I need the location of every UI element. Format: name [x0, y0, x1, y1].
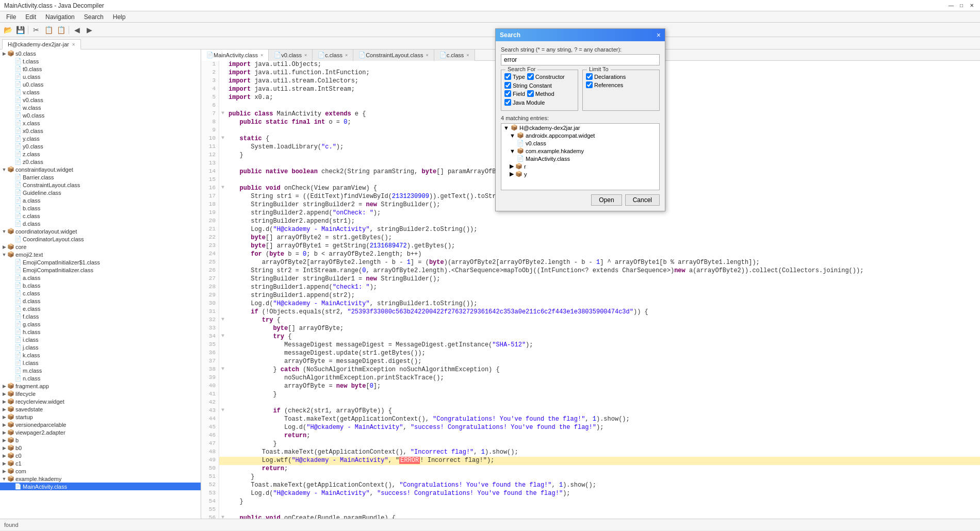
search-input[interactable] — [501, 54, 660, 65]
tab-close-v0[interactable]: × — [304, 53, 307, 58]
cb-string-const-input[interactable] — [504, 82, 511, 89]
tree-item-z0[interactable]: 📄 z0.class — [0, 158, 201, 165]
tab-close-c[interactable]: × — [345, 53, 348, 58]
cb-declarations[interactable]: Declarations — [586, 73, 626, 80]
toolbar-paste[interactable]: 📋 — [55, 24, 67, 36]
tree-item-barrier[interactable]: 📄 Barrier.class — [0, 173, 201, 181]
cb-java-module-input[interactable] — [504, 99, 511, 106]
result-item-y[interactable]: ▶ 📦 y — [501, 170, 659, 178]
tree-item-ed[interactable]: 📄d.class — [0, 297, 201, 305]
toolbar-back[interactable]: ◀ — [71, 24, 83, 36]
toolbar-open[interactable]: 📂 — [2, 24, 13, 36]
tree-item-x0[interactable]: 📄 x0.class — [0, 127, 201, 135]
editor-tab-mainactivity[interactable]: 📄 MainActivity.class × — [201, 49, 269, 61]
tree-item-ek[interactable]: 📄k.class — [0, 351, 201, 359]
editor-tab-c2[interactable]: 📄 c.class × — [434, 49, 475, 61]
tree-item-versionedparcelable[interactable]: ▶📦versionedparcelable — [0, 421, 201, 428]
cb-field-input[interactable] — [504, 90, 511, 97]
tree-item-ea[interactable]: 📄a.class — [0, 274, 201, 281]
result-item-appcompat[interactable]: ▼ 📦 androidx.appcompat.widget — [501, 131, 659, 139]
search-results-tree[interactable]: ▼ 📦 H@ckademy-dex2jar.jar ▼ 📦 androidx.a… — [501, 123, 660, 190]
tree-item-b0[interactable]: ▶📦b0 — [0, 444, 201, 452]
open-button[interactable]: Open — [591, 194, 622, 206]
tree-item-em[interactable]: 📄m.class — [0, 367, 201, 374]
tree-item-t[interactable]: 📄 t.class — [0, 57, 201, 65]
menu-search[interactable]: Search — [80, 12, 108, 22]
sidebar[interactable]: ▶ 📦 s0.class 📄 t.class 📄 t0.class 📄 u.cl… — [0, 49, 201, 519]
cb-string-const[interactable]: String Constant — [504, 82, 552, 89]
menu-edit[interactable]: Edit — [21, 12, 40, 22]
cb-java-module[interactable]: Java Module — [504, 99, 545, 106]
tree-item-y[interactable]: 📄 y.class — [0, 135, 201, 142]
tree-item-startup[interactable]: ▶📦startup — [0, 413, 201, 421]
tree-item-y0[interactable]: 📄 y0.class — [0, 142, 201, 150]
cb-method-input[interactable] — [527, 90, 534, 97]
editor-tab-c[interactable]: 📄 c.class × — [313, 49, 353, 61]
tree-item-clc[interactable]: 📄 c.class — [0, 212, 201, 220]
tree-item-ei[interactable]: 📄i.class — [0, 336, 201, 343]
editor-tab-constraintlayout[interactable]: 📄 ConstraintLayout.class × — [353, 49, 434, 61]
tree-item-coordinatorlayout[interactable]: ▼ 📦 coordinatorlayout.widget — [0, 227, 201, 235]
tree-item-w[interactable]: 📄 w.class — [0, 104, 201, 111]
tree-item-lifecycle[interactable]: ▶📦lifecycle — [0, 390, 201, 397]
cb-references[interactable]: References — [586, 81, 623, 88]
tree-item-z[interactable]: 📄 z.class — [0, 150, 201, 158]
tree-item-ej[interactable]: 📄j.class — [0, 343, 201, 351]
close-window-button[interactable]: ✕ — [968, 2, 976, 10]
search-dialog-close[interactable]: × — [657, 31, 661, 39]
tree-item-viewpager2[interactable]: ▶📦viewpager2.adapter — [0, 428, 201, 436]
tab-close-constraintlayout[interactable]: × — [426, 53, 428, 58]
tree-item-com[interactable]: ▶📦com — [0, 467, 201, 475]
tree-item-core[interactable]: ▶ 📦 core — [0, 243, 201, 251]
tree-item-savedstate[interactable]: ▶📦savedstate — [0, 405, 201, 413]
tree-item-ee[interactable]: 📄e.class — [0, 305, 201, 312]
workspace-tab[interactable]: H@ckademy-dex2jar-jar × — [2, 39, 81, 49]
tree-item-x[interactable]: 📄 x.class — [0, 119, 201, 127]
tree-item-emoji-init[interactable]: 📄 EmojiCompatInitializer.class — [0, 266, 201, 274]
menu-navigation[interactable]: Navigation — [41, 12, 79, 22]
cancel-button[interactable]: Cancel — [625, 194, 660, 206]
toolbar-forward[interactable]: ▶ — [84, 24, 95, 36]
tree-item-eh[interactable]: 📄h.class — [0, 328, 201, 336]
toolbar-copy[interactable]: 📋 — [43, 24, 54, 36]
cb-type-input[interactable] — [504, 73, 511, 80]
result-item-r[interactable]: ▶ 📦 r — [501, 162, 659, 170]
tree-item-constraintlayout-class[interactable]: 📄 ConstraintLayout.class — [0, 181, 201, 189]
tree-item-b[interactable]: ▶📦b — [0, 436, 201, 444]
cb-constructor[interactable]: Constructor — [527, 73, 565, 80]
editor-tab-v0[interactable]: 📄 v0.class × — [269, 49, 313, 61]
workspace-tab-close[interactable]: × — [72, 42, 75, 47]
tree-item-cld[interactable]: 📄 d.class — [0, 220, 201, 227]
tree-item-eg[interactable]: 📄g.class — [0, 320, 201, 328]
maximize-button[interactable]: □ — [957, 2, 966, 10]
result-item-mainactivity[interactable]: 📄 MainActivity.class — [501, 155, 659, 162]
tree-item-eb[interactable]: 📄b.class — [0, 281, 201, 289]
tree-item-u0[interactable]: 📄 u0.class — [0, 80, 201, 88]
cb-references-input[interactable] — [586, 81, 593, 88]
menu-help[interactable]: Help — [109, 12, 130, 22]
tree-item-emoji2[interactable]: ▼ 📦 emoji2.text — [0, 251, 201, 258]
tree-item-coordinatorlayout-class[interactable]: 📄 CoordinatorLayout.class — [0, 235, 201, 243]
result-item-hkademy[interactable]: ▼ 📦 com.example.hkademy — [501, 147, 659, 155]
tree-item-v0[interactable]: 📄 v0.class — [0, 96, 201, 104]
toolbar-cut[interactable]: ✂ — [30, 24, 42, 36]
tree-item-t0[interactable]: 📄 t0.class — [0, 65, 201, 73]
menu-file[interactable]: File — [2, 12, 20, 22]
tree-item-recyclerview[interactable]: ▶📦recyclerview.widget — [0, 397, 201, 405]
tree-item-en[interactable]: 📄n.class — [0, 374, 201, 382]
toolbar-save[interactable]: 💾 — [14, 24, 26, 36]
tree-item-u[interactable]: 📄 u.class — [0, 73, 201, 80]
tree-item-clb[interactable]: 📄 b.class — [0, 204, 201, 212]
tree-item-emoji-init1[interactable]: 📄 EmojiCompatInitializer$1.class — [0, 258, 201, 266]
tree-item-mainactivity[interactable]: 📄MainActivity.class — [0, 483, 201, 490]
cb-declarations-input[interactable] — [586, 73, 593, 80]
tree-item-w0[interactable]: 📄 w0.class — [0, 111, 201, 119]
tree-item-constraintlayout[interactable]: ▼ 📦 constraintlayout.widget — [0, 165, 201, 173]
tree-item-ec[interactable]: 📄c.class — [0, 289, 201, 297]
tree-item-example[interactable]: ▼📦example.hkademy — [0, 475, 201, 483]
tree-item-el[interactable]: 📄l.class — [0, 359, 201, 367]
result-item-jar[interactable]: ▼ 📦 H@ckademy-dex2jar.jar — [501, 124, 659, 131]
tree-item-fragment[interactable]: ▶📦fragment.app — [0, 382, 201, 390]
tree-item-v[interactable]: 📄 v.class — [0, 88, 201, 96]
tab-close-c2[interactable]: × — [466, 53, 469, 58]
